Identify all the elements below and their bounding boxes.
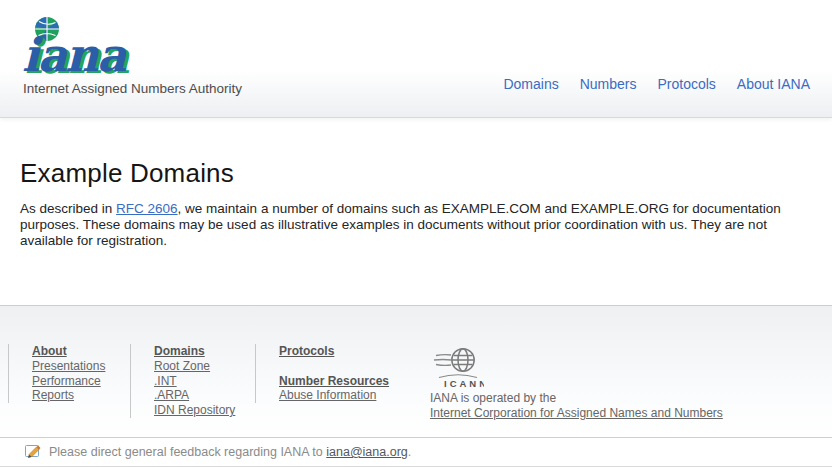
iana-logo[interactable]: iana Internet Assigned Numbers Authority (22, 10, 302, 110)
nav-numbers[interactable]: Numbers (580, 76, 637, 92)
footer-link-abuse-information[interactable]: Abuse Information (279, 388, 416, 403)
page: iana Internet Assigned Numbers Authority… (0, 0, 832, 467)
site-header: iana Internet Assigned Numbers Authority… (0, 0, 832, 118)
page-title: Example Domains (20, 158, 234, 189)
footer-link-domains[interactable]: Domains (154, 344, 255, 359)
intro-paragraph: As described in RFC 2606, we maintain a … (20, 201, 818, 249)
footer-col-icann: ICANN IANA is operated by the Internet C… (416, 344, 831, 420)
footer-link-number-resources[interactable]: Number Resources (279, 374, 416, 389)
footer-link-idn-repository[interactable]: IDN Repository (154, 403, 255, 418)
nav-protocols[interactable]: Protocols (657, 76, 715, 92)
icann-corporation-link[interactable]: Internet Corporation for Assigned Names … (430, 406, 723, 420)
footer-spacer (279, 359, 416, 374)
footer-link-performance[interactable]: Performance (32, 374, 130, 389)
feedback-pencil-icon (25, 443, 41, 462)
icann-operated-text: IANA is operated by the (430, 391, 831, 406)
feedback-email-link[interactable]: iana@iana.org (326, 445, 408, 459)
footer-col-domains: Domains Root Zone .INT .ARPA IDN Reposit… (130, 344, 255, 418)
nav-domains[interactable]: Domains (503, 76, 558, 92)
footer-link-reports[interactable]: Reports (32, 388, 130, 403)
rfc-2606-link[interactable]: RFC 2606 (116, 201, 178, 216)
footer-link-presentations[interactable]: Presentations (32, 359, 130, 374)
iana-wordmark: iana (22, 32, 125, 78)
primary-nav: Domains Numbers Protocols About IANA (503, 76, 810, 92)
feedback-text: Please direct general feedback regarding… (49, 445, 411, 459)
footer-link-arpa[interactable]: .ARPA (154, 388, 255, 403)
nav-about-iana[interactable]: About IANA (737, 76, 810, 92)
intro-text-before: As described in (20, 201, 116, 216)
feedback-bar: Please direct general feedback regarding… (0, 437, 832, 467)
site-footer: About Presentations Performance Reports … (0, 305, 832, 437)
icann-logo-icon: ICANN (432, 346, 484, 390)
footer-link-protocols[interactable]: Protocols (279, 344, 416, 359)
feedback-text-before: Please direct general feedback regarding… (49, 445, 326, 459)
icann-wordmark: ICANN (444, 378, 484, 389)
footer-columns: About Presentations Performance Reports … (8, 344, 831, 420)
footer-col-about: About Presentations Performance Reports (8, 344, 130, 403)
iana-tagline: Internet Assigned Numbers Authority (23, 81, 242, 96)
footer-col-protocols: Protocols Number Resources Abuse Informa… (255, 344, 416, 403)
footer-link-about[interactable]: About (32, 344, 130, 359)
footer-link-root-zone[interactable]: Root Zone (154, 359, 255, 374)
footer-link-int[interactable]: .INT (154, 374, 255, 389)
feedback-text-after: . (408, 445, 411, 459)
